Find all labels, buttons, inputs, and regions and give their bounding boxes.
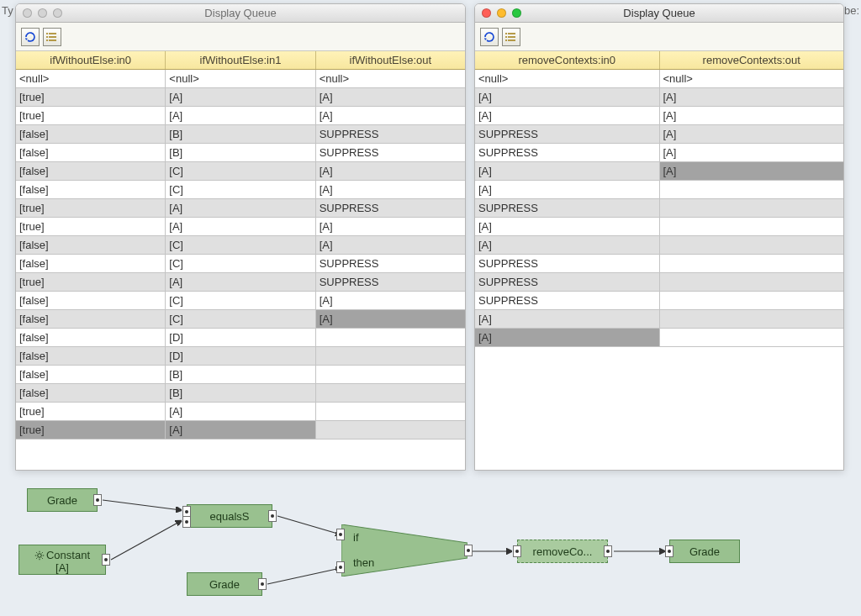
node-if-then[interactable]: if then xyxy=(341,524,467,577)
table-cell: [true] xyxy=(16,199,166,217)
table-cell: [A] xyxy=(475,218,660,235)
table-cell: [false] xyxy=(16,347,166,365)
queue-grid[interactable]: <null><null>[A][A][A][A]SUPPRESS[A]SUPPR… xyxy=(475,70,843,470)
table-cell: SUPPRESS xyxy=(316,255,465,272)
port-in[interactable] xyxy=(336,561,345,573)
table-row[interactable]: [A][A] xyxy=(475,162,843,181)
column-header[interactable]: removeContexts:out xyxy=(660,51,844,69)
traffic-lights[interactable] xyxy=(482,8,521,18)
titlebar[interactable]: Display Queue xyxy=(16,4,465,23)
table-cell xyxy=(660,310,844,328)
table-row[interactable]: [false][B]SUPPRESS xyxy=(16,144,465,162)
table-row[interactable]: [false][B] xyxy=(16,366,465,384)
table-row[interactable]: [true][A][A] xyxy=(16,218,465,236)
table-row[interactable]: [A] xyxy=(475,329,843,347)
table-row[interactable]: [A] xyxy=(475,218,843,236)
table-row[interactable]: SUPPRESS xyxy=(475,255,843,273)
table-row[interactable]: [true][A]SUPPRESS xyxy=(16,199,465,218)
minimize-icon[interactable] xyxy=(497,8,506,18)
node-constant[interactable]: Constant [A] xyxy=(18,545,106,575)
table-row[interactable]: [true][A][A] xyxy=(16,107,465,125)
table-cell xyxy=(316,384,465,402)
list-button[interactable] xyxy=(43,28,61,46)
queue-grid[interactable]: <null><null><null>[true][A][A][true][A][… xyxy=(16,70,465,470)
table-row[interactable]: [false][D] xyxy=(16,329,465,347)
refresh-button[interactable] xyxy=(480,28,499,46)
port-out[interactable] xyxy=(102,554,110,566)
table-row[interactable]: SUPPRESS xyxy=(475,292,843,310)
traffic-lights[interactable] xyxy=(23,8,62,18)
table-row[interactable]: [A] xyxy=(475,181,843,199)
port-out[interactable] xyxy=(93,494,102,506)
table-cell: [false] xyxy=(16,181,166,198)
table-row[interactable]: [true][A][A] xyxy=(16,88,465,107)
table-row[interactable]: [A][A] xyxy=(475,88,843,107)
table-row[interactable]: [true][A] xyxy=(16,403,465,421)
close-icon[interactable] xyxy=(23,8,32,18)
table-row[interactable]: [false][C]SUPPRESS xyxy=(16,255,465,273)
table-row[interactable]: [false][C][A] xyxy=(16,162,465,181)
table-row[interactable]: SUPPRESS xyxy=(475,199,843,218)
close-icon[interactable] xyxy=(482,8,491,18)
table-row[interactable]: [false][B] xyxy=(16,384,465,403)
titlebar[interactable]: Display Queue xyxy=(475,4,843,23)
table-row[interactable]: SUPPRESS[A] xyxy=(475,125,843,144)
table-row[interactable]: [false][C][A] xyxy=(16,292,465,310)
node-grade-then[interactable]: Grade xyxy=(187,572,262,596)
table-row[interactable]: <null><null><null> xyxy=(16,70,465,88)
table-row[interactable]: [A] xyxy=(475,310,843,329)
node-remove-contexts[interactable]: removeCo... xyxy=(517,540,608,563)
table-row[interactable]: [false][D] xyxy=(16,347,465,366)
zoom-icon[interactable] xyxy=(53,8,62,18)
table-row[interactable]: [A] xyxy=(475,236,843,255)
table-cell: [A] xyxy=(316,162,465,180)
table-row[interactable]: [false][C][A] xyxy=(16,310,465,329)
port-out[interactable] xyxy=(258,578,267,590)
table-row[interactable]: [A][A] xyxy=(475,107,843,125)
table-cell xyxy=(660,218,844,235)
table-cell: [A] xyxy=(166,273,315,291)
column-header[interactable]: ifWithoutElse:in1 xyxy=(166,51,315,69)
port-in[interactable] xyxy=(513,545,521,557)
display-queue-window-right: Display Queue removeContexts:in0 removeC… xyxy=(474,3,844,471)
refresh-button[interactable] xyxy=(21,28,40,46)
table-row[interactable]: <null><null> xyxy=(475,70,843,88)
node-grade-target[interactable]: Grade xyxy=(669,540,740,563)
table-cell: [A] xyxy=(166,403,315,420)
table-cell: <null> xyxy=(660,70,844,87)
table-cell: [A] xyxy=(166,218,315,235)
table-row[interactable]: [true][A] xyxy=(16,421,465,440)
minimize-icon[interactable] xyxy=(38,8,47,18)
table-row[interactable]: [false][C][A] xyxy=(16,181,465,199)
table-row[interactable]: SUPPRESS xyxy=(475,273,843,292)
column-header[interactable]: removeContexts:in0 xyxy=(475,51,660,69)
port-in[interactable] xyxy=(665,545,673,557)
node-grade-source[interactable]: Grade xyxy=(27,488,98,512)
table-cell: [false] xyxy=(16,384,166,402)
table-cell: [false] xyxy=(16,329,166,346)
zoom-icon[interactable] xyxy=(512,8,521,18)
table-cell xyxy=(660,273,844,291)
svg-line-19 xyxy=(36,558,37,559)
port-in[interactable] xyxy=(182,516,191,528)
mapping-canvas[interactable]: Grade Constant [A] equalsS Grade if then… xyxy=(0,477,861,616)
column-header[interactable]: ifWithoutElse:out xyxy=(316,51,465,69)
table-cell: [false] xyxy=(16,144,166,161)
node-equalss[interactable]: equalsS xyxy=(187,504,272,528)
list-button[interactable] xyxy=(502,28,520,46)
port-out[interactable] xyxy=(268,510,277,522)
table-row[interactable]: SUPPRESS[A] xyxy=(475,144,843,162)
port-out[interactable] xyxy=(464,545,473,556)
port-in[interactable] xyxy=(336,529,345,540)
port-out[interactable] xyxy=(604,545,612,557)
table-cell: [true] xyxy=(16,107,166,124)
svg-point-9 xyxy=(505,33,507,34)
table-row[interactable]: [false][C][A] xyxy=(16,236,465,255)
table-cell: [C] xyxy=(166,292,315,309)
table-row[interactable]: [false][B]SUPPRESS xyxy=(16,125,465,144)
table-cell: [true] xyxy=(16,273,166,291)
table-row[interactable]: [true][A]SUPPRESS xyxy=(16,273,465,292)
table-cell: [true] xyxy=(16,421,166,439)
column-headers: ifWithoutElse:in0 ifWithoutElse:in1 ifWi… xyxy=(16,51,465,70)
column-header[interactable]: ifWithoutElse:in0 xyxy=(16,51,166,69)
